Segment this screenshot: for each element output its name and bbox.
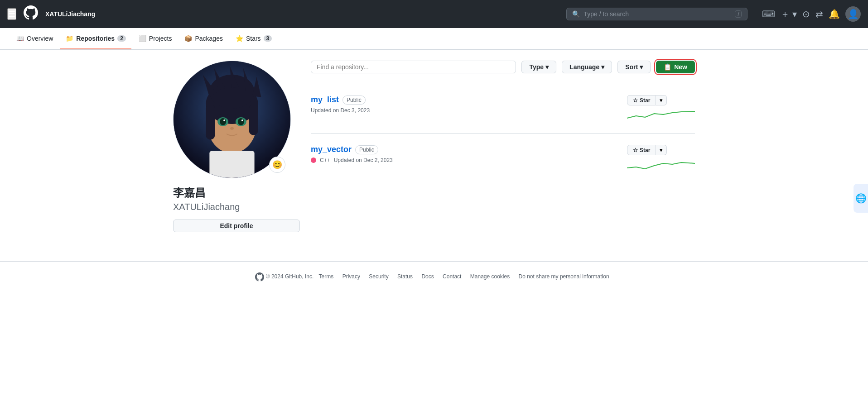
new-repo-button[interactable]: 📋 New — [656, 61, 695, 73]
star-icon: ☆ — [633, 97, 638, 104]
header-actions: ⌨ ＋ ▾ ⊙ ⇄ 🔔 👤 — [762, 6, 861, 22]
stars-icon: ⭐ — [236, 35, 243, 42]
type-chevron-icon: ▾ — [545, 63, 549, 71]
tab-stars-label: Stars — [246, 35, 261, 42]
star-label: Star — [640, 147, 650, 153]
language-dot — [311, 157, 316, 163]
tab-projects-label: Projects — [149, 35, 172, 42]
edit-profile-button[interactable]: Edit profile — [173, 219, 300, 232]
header: ☰ XATULiJiachang 🔍 / ⌨ ＋ ▾ ⊙ ⇄ 🔔 👤 — [0, 0, 868, 28]
nav-tabs: 📖 Overview 📁 Repositories 2 ⬜ Projects 📦… — [0, 28, 868, 50]
repo-actions: ☆ Star ▾ — [627, 145, 695, 172]
tab-packages[interactable]: 📦 Packages — [179, 28, 228, 49]
svg-rect-5 — [249, 104, 258, 135]
repositories-icon: 📁 — [66, 35, 73, 42]
overview-icon: 📖 — [16, 35, 24, 42]
avatar-edit-button[interactable]: 😊 — [269, 157, 285, 173]
table-row: my_list Public Updated on Dec 3, 2023 ☆ … — [311, 84, 695, 134]
tab-overview[interactable]: 📖 Overview — [11, 28, 58, 49]
star-label: Star — [640, 97, 650, 104]
star-group: ☆ Star ▾ — [627, 145, 695, 155]
sort-chevron-icon: ▾ — [640, 63, 643, 71]
repo-list: my_list Public Updated on Dec 3, 2023 ☆ … — [311, 84, 695, 183]
repo-meta: Updated on Dec 3, 2023 — [311, 107, 370, 114]
hamburger-menu[interactable]: ☰ — [7, 8, 16, 20]
footer-link-manage-cookies[interactable]: Manage cookies — [470, 273, 510, 280]
notifications-button[interactable]: 🔔 — [829, 9, 840, 19]
repo-updated: Updated on Dec 3, 2023 — [311, 107, 370, 114]
svg-point-16 — [223, 119, 225, 121]
stars-badge: 3 — [264, 35, 272, 42]
repo-info: my_vector Public C++ Updated on Dec 2, 2… — [311, 145, 393, 163]
search-bar[interactable]: 🔍 / — [566, 8, 747, 20]
footer-link-privacy[interactable]: Privacy — [342, 273, 360, 280]
header-username[interactable]: XATULiJiachang — [45, 10, 95, 18]
footer-link-contact[interactable]: Contact — [443, 273, 461, 280]
svg-point-14 — [220, 118, 226, 125]
type-dropdown-button[interactable]: Type ▾ — [521, 61, 556, 73]
footer-link-docs[interactable]: Docs — [421, 273, 434, 280]
main-content: 😊 李嘉昌 XATULiJiachang Edit profile Type ▾… — [162, 50, 706, 243]
star-dropdown-button[interactable]: ▾ — [656, 95, 667, 105]
search-icon: 🔍 — [572, 10, 580, 18]
sort-label: Sort — [625, 63, 638, 71]
profile-avatar-container: 😊 — [173, 61, 291, 178]
language-dropdown-button[interactable]: Language ▾ — [562, 61, 612, 73]
footer-copyright: © 2024 GitHub, Inc. — [266, 273, 314, 280]
sort-dropdown-button[interactable]: Sort ▾ — [617, 61, 651, 73]
footer-logo — [255, 273, 265, 280]
tab-projects[interactable]: ⬜ Projects — [133, 28, 178, 49]
svg-point-17 — [241, 119, 243, 121]
terminal-button[interactable]: ⌨ — [762, 9, 775, 19]
tab-packages-label: Packages — [195, 35, 222, 42]
star-button[interactable]: ☆ Star — [627, 95, 656, 105]
pullrequest-button[interactable]: ⇄ — [815, 9, 823, 19]
user-avatar[interactable]: 👤 — [845, 6, 861, 22]
tab-overview-label: Overview — [27, 35, 53, 42]
search-slash-kbd: / — [735, 10, 742, 18]
star-dropdown-button[interactable]: ▾ — [656, 145, 667, 155]
tab-repositories[interactable]: 📁 Repositories 2 — [60, 28, 131, 49]
star-group: ☆ Star ▾ — [627, 95, 695, 105]
svg-point-15 — [238, 118, 244, 125]
star-button[interactable]: ☆ Star — [627, 145, 656, 155]
footer-link-security[interactable]: Security — [369, 273, 388, 280]
repo-search-input[interactable] — [311, 61, 516, 73]
footer-link-do-not-share[interactable]: Do not share my personal information — [519, 273, 609, 280]
repo-updated: Updated on Dec 2, 2023 — [334, 157, 393, 163]
accessibility-button[interactable]: 🌐 — [854, 184, 868, 213]
footer-link-status[interactable]: Status — [397, 273, 413, 280]
projects-icon: ⬜ — [139, 35, 146, 42]
star-dropdown-chevron-icon: ▾ — [660, 147, 663, 153]
profile-display-name: 李嘉昌 — [173, 186, 300, 200]
tab-repositories-label: Repositories — [76, 35, 115, 42]
packages-icon: 📦 — [184, 35, 192, 42]
svg-point-18 — [230, 127, 234, 130]
repo-actions: ☆ Star ▾ — [627, 95, 695, 123]
globe-icon: 🌐 — [855, 193, 867, 204]
repositories-section: Type ▾ Language ▾ Sort ▾ 📋 New — [311, 61, 695, 232]
repositories-badge: 2 — [117, 35, 126, 42]
plus-button[interactable]: ＋ ▾ — [781, 8, 797, 20]
table-row: my_vector Public C++ Updated on Dec 2, 2… — [311, 134, 695, 183]
svg-rect-4 — [206, 104, 215, 139]
new-repo-label: New — [674, 63, 687, 71]
sparkline — [627, 159, 695, 172]
repo-name-row: my_vector Public — [311, 145, 393, 154]
language-chevron-icon: ▾ — [601, 63, 604, 71]
new-repo-icon: 📋 — [664, 63, 671, 71]
repo-language: C++ — [320, 157, 330, 163]
footer-link-terms[interactable]: Terms — [319, 273, 334, 280]
repo-name-row: my_list Public — [311, 95, 370, 105]
repo-name-link[interactable]: my_list — [311, 95, 339, 105]
tab-stars[interactable]: ⭐ Stars 3 — [230, 28, 277, 49]
search-input[interactable] — [583, 10, 731, 18]
repo-visibility-badge: Public — [355, 145, 378, 154]
repos-toolbar: Type ▾ Language ▾ Sort ▾ 📋 New — [311, 61, 695, 73]
star-dropdown-chevron-icon: ▾ — [660, 97, 663, 104]
github-logo[interactable] — [24, 5, 38, 23]
type-label: Type — [529, 63, 544, 71]
issues-button[interactable]: ⊙ — [802, 9, 810, 19]
repo-name-link[interactable]: my_vector — [311, 145, 352, 154]
svg-rect-19 — [209, 151, 254, 178]
